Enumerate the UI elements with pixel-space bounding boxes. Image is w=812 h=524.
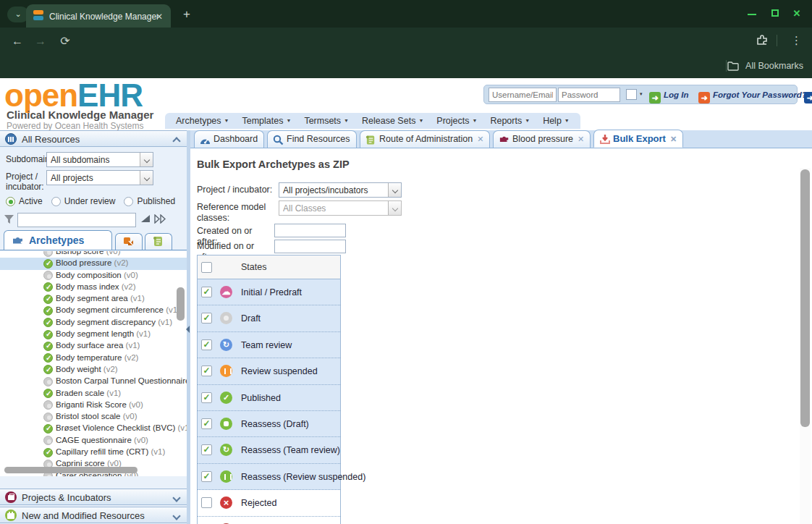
- state-row[interactable]: Reassess (Team review): [198, 437, 340, 463]
- export-project-select[interactable]: All projects/incubators: [279, 182, 402, 198]
- tab-close-icon[interactable]: ✕: [477, 135, 483, 143]
- menu-item[interactable]: Templates▼: [235, 113, 297, 129]
- all-resources-panel-header[interactable]: All Resources: [0, 130, 187, 147]
- state-checkbox[interactable]: [201, 287, 212, 297]
- state-row[interactable]: Draft: [198, 305, 340, 331]
- new-tab-button[interactable]: +: [179, 7, 194, 22]
- browser-tab[interactable]: Clinical Knowledge Manager ✕: [26, 4, 171, 28]
- main-scrollbar-thumb[interactable]: [800, 169, 810, 427]
- tree-item[interactable]: Bristol stool scale (v0): [0, 411, 187, 423]
- content-tab-find-resources[interactable]: Find Resources: [267, 130, 357, 148]
- subdomain-select[interactable]: All subdomains: [46, 152, 153, 167]
- menu-item[interactable]: Reports▼: [483, 113, 536, 129]
- menu-item[interactable]: Archetypes▼: [169, 113, 235, 129]
- forgot-password-link[interactable]: ➜Forgot Your Password?: [698, 88, 807, 103]
- window-maximize-button[interactable]: [766, 7, 784, 20]
- content-tab-dashboard[interactable]: Dashboard: [194, 130, 264, 148]
- reference-model-select[interactable]: All Classes: [279, 200, 402, 216]
- back-button[interactable]: ←: [9, 33, 26, 50]
- tree-item[interactable]: CAGE questionnaire (v0): [0, 435, 187, 447]
- login-options-caret-icon[interactable]: ▾: [640, 91, 643, 97]
- tree-item[interactable]: Brøset Violence Checklist (BVC) (v1): [0, 423, 187, 434]
- state-checkbox[interactable]: [201, 365, 212, 376]
- tree-item[interactable]: Body weight (v2): [0, 364, 187, 376]
- collapse-sidebar-arrow-icon[interactable]: [186, 326, 190, 333]
- tree-item[interactable]: Briganti Risk Score (v0): [0, 400, 187, 411]
- window-minimize-button[interactable]: [743, 7, 761, 20]
- collapse-chevron-icon[interactable]: [172, 137, 180, 145]
- reload-button[interactable]: ⟳: [56, 33, 74, 50]
- remember-me-checkbox[interactable]: [626, 89, 637, 100]
- content-tab-bulk-export[interactable]: Bulk Export✕: [593, 130, 683, 148]
- state-row[interactable]: Team review: [198, 332, 340, 358]
- tree-item[interactable]: Boston Carpal Tunnel Questionnaire .: [0, 376, 187, 387]
- project-incubator-select[interactable]: All projects: [46, 170, 153, 185]
- modified-after-input[interactable]: [274, 240, 346, 253]
- state-checkbox[interactable]: [201, 418, 212, 429]
- content-tab-route-of-administration[interactable]: Route of Administration✕: [360, 130, 490, 148]
- state-checkbox[interactable]: [201, 339, 212, 350]
- expand-chevron-icon[interactable]: [172, 494, 180, 502]
- status-radio[interactable]: Active: [6, 196, 43, 206]
- tree-item[interactable]: Braden scale (v1): [0, 388, 187, 400]
- tab-templates[interactable]: [115, 233, 143, 250]
- state-checkbox[interactable]: [201, 392, 212, 403]
- menu-item[interactable]: Help▼: [536, 113, 576, 129]
- tab-close-icon[interactable]: ✕: [578, 135, 584, 143]
- log-in-button[interactable]: ➜Log In: [649, 88, 689, 103]
- new-modified-panel-header[interactable]: New and Modified Resources: [0, 507, 187, 523]
- tab-close-icon[interactable]: ✕: [670, 135, 677, 143]
- tree-item[interactable]: Capillary refill time (CRT) (v1): [0, 447, 187, 458]
- created-after-input[interactable]: [274, 224, 346, 237]
- username-field[interactable]: [489, 88, 557, 102]
- tab-close-icon[interactable]: ✕: [153, 11, 165, 22]
- projects-incubators-panel-header[interactable]: Projects & Incubators: [0, 489, 187, 505]
- tree-item[interactable]: Body temperature (v2): [0, 352, 187, 364]
- apply-filter-icon[interactable]: [140, 214, 151, 226]
- dropdown-chevron-icon[interactable]: [140, 171, 153, 185]
- tree-item[interactable]: Body composition (v0): [0, 270, 187, 282]
- state-checkbox[interactable]: [201, 313, 212, 324]
- tree-item[interactable]: Body segment length (v1): [0, 329, 187, 340]
- forward-button[interactable]: →: [32, 33, 49, 50]
- expand-results-icon[interactable]: [153, 214, 166, 226]
- state-row[interactable]: Published: [198, 385, 340, 411]
- tab-termsets[interactable]: [145, 233, 172, 250]
- tree-item[interactable]: Bishop score (v0): [0, 251, 187, 258]
- all-bookmarks-button[interactable]: All Bookmarks: [727, 59, 803, 73]
- state-checkbox[interactable]: [201, 444, 212, 455]
- tree-item[interactable]: Body surface area (v1): [0, 340, 187, 352]
- status-radio[interactable]: Under review: [51, 196, 116, 206]
- menu-item[interactable]: Projects▼: [430, 113, 483, 129]
- select-all-checkbox[interactable]: [201, 262, 212, 273]
- dropdown-chevron-icon[interactable]: [388, 183, 401, 197]
- state-row[interactable]: Rejected: [198, 490, 340, 516]
- tree-vertical-scrollbar[interactable]: [177, 287, 185, 321]
- state-row[interactable]: Review suspended: [198, 358, 340, 384]
- state-row[interactable]: Deprecated: [198, 517, 340, 524]
- tree-horizontal-scrollbar[interactable]: [4, 467, 138, 473]
- browser-menu-icon[interactable]: ⋮: [791, 34, 802, 47]
- extensions-icon[interactable]: [756, 33, 769, 49]
- dropdown-chevron-icon[interactable]: [140, 153, 153, 166]
- menu-item[interactable]: Termsets▼: [297, 113, 355, 129]
- menu-item[interactable]: Release Sets▼: [355, 113, 430, 129]
- tree-item[interactable]: Body segment discrepancy (v1): [0, 317, 187, 329]
- state-row[interactable]: Reassess (Draft): [198, 411, 340, 437]
- state-checkbox[interactable]: [201, 497, 212, 508]
- tab-archetypes[interactable]: Archetypes: [4, 230, 112, 250]
- register-link[interactable]: ➜Register: [804, 88, 812, 103]
- tree-filter-input[interactable]: [17, 213, 136, 227]
- window-close-button[interactable]: ✕: [787, 7, 806, 20]
- expand-chevron-icon[interactable]: [172, 512, 180, 520]
- tree-item[interactable]: Body mass index (v2): [0, 282, 187, 293]
- state-row[interactable]: Reassess (Review suspended): [198, 464, 340, 490]
- status-radio[interactable]: Published: [124, 196, 175, 206]
- tree-item[interactable]: Body segment area (v1): [0, 293, 187, 305]
- content-tab-blood-pressure[interactable]: Blood pressure✕: [493, 130, 591, 148]
- state-checkbox[interactable]: [201, 471, 212, 482]
- password-field[interactable]: [558, 88, 620, 102]
- tree-item[interactable]: Blood pressure (v2): [0, 258, 187, 269]
- state-row[interactable]: Initial / Predraft: [198, 279, 340, 305]
- tree-item[interactable]: Body segment circumference (v1): [0, 305, 187, 316]
